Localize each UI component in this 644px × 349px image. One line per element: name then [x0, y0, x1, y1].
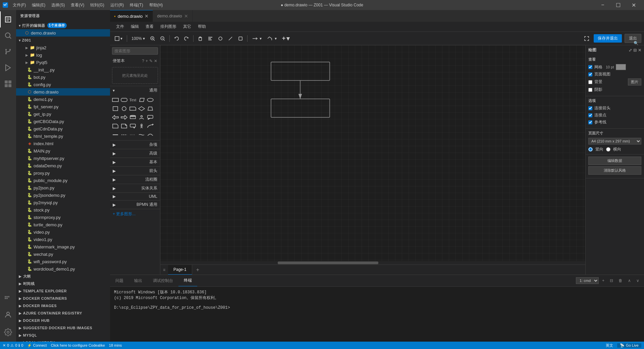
tree-item-wifi[interactable]: 🐍 wifi_password.py [16, 258, 110, 265]
general-header[interactable]: ▾ 通用 [110, 86, 160, 95]
waypoint-button[interactable]: ▾ [265, 35, 279, 42]
tree-item-video1[interactable]: 🐍 video1.py [16, 236, 110, 243]
menu-select[interactable]: 选择(S) [49, 2, 67, 9]
uml-header[interactable]: ▶ UML [110, 193, 160, 200]
split-icon[interactable]: ⊟ [633, 48, 637, 53]
shape-line2[interactable] [120, 131, 128, 139]
scratch-header[interactable]: 便签本 ? + ✎ ✕ [110, 57, 160, 65]
shape-callout2[interactable] [129, 122, 137, 130]
basic-header[interactable]: ▶ 基本 [110, 158, 160, 166]
shape-parallelogram[interactable] [138, 96, 146, 104]
terminal-tab-terminal[interactable]: 终端 [178, 275, 197, 286]
shadow-checkbox[interactable] [588, 88, 592, 92]
terminal-up-button[interactable]: ∧ [626, 278, 633, 284]
tree-item-proxy[interactable]: 🐍 proxy.py [16, 169, 110, 177]
terminal-tab-output[interactable]: 输出 [129, 275, 148, 286]
bpmn-header[interactable]: ▶ BPMN 通用 [110, 200, 160, 209]
status-golive[interactable]: 📡 Go Live [617, 343, 641, 348]
zoom-out-button[interactable] [158, 35, 167, 42]
reset-style-button[interactable]: 清除默认风格 [588, 166, 641, 175]
section-docker-containers[interactable]: ▶ DOCKER CONTAINERS [16, 295, 110, 302]
close-button[interactable]: ✕ [626, 0, 641, 10]
section-docker-images[interactable]: ▶ DOCKER IMAGES [16, 302, 110, 309]
insert-button[interactable]: + ▾ [280, 34, 292, 44]
drawio-menu-edit[interactable]: 编辑 [127, 22, 142, 31]
shape-line3[interactable] [129, 131, 137, 139]
tab-close-icon[interactable]: ✕ [145, 13, 149, 19]
section-timeline[interactable]: ▶ 时间线 [16, 280, 110, 287]
tab-demo-drawio-inactive[interactable]: demo.drawio ✕ [153, 10, 192, 22]
tree-item-getcbg[interactable]: 🐍 getCBGData.py [16, 118, 110, 125]
section-outline[interactable]: ▶ 大纲 [16, 273, 110, 280]
shape-rect-folded[interactable] [120, 122, 128, 130]
menu-file[interactable]: 文件(F) [10, 2, 29, 9]
scratch-add[interactable]: + [146, 59, 148, 63]
section-azure-registry[interactable]: ▶ AZURE CONTAINER REGISTRY [16, 309, 110, 317]
menu-edit[interactable]: 编辑(E) [29, 2, 48, 9]
activity-search[interactable] [0, 27, 16, 44]
activity-source-control[interactable] [0, 44, 16, 60]
menu-view[interactable]: 查看(V) [68, 2, 87, 9]
section-local-history[interactable]: ▶ LOCAL HISTORY [16, 339, 110, 342]
status-lang[interactable]: 英文 [606, 343, 613, 348]
tree-item-myhttp[interactable]: 🐍 myhttpserver.py [16, 155, 110, 162]
tree-item-getip[interactable]: 🐍 get_ip.py [16, 110, 110, 118]
shape-person[interactable] [138, 113, 146, 121]
arrow-style-button[interactable]: ▾ [250, 35, 264, 42]
shape-doc[interactable] [111, 122, 119, 130]
terminal-tab-debug[interactable]: 调试控制台 [148, 275, 178, 286]
scratch-close[interactable]: ✕ [154, 59, 157, 63]
page-tab-1[interactable]: Page-1 [168, 265, 192, 275]
line-button[interactable] [226, 35, 235, 42]
tree-item-log[interactable]: ▶ 📁 log [16, 51, 110, 59]
tree-item-index[interactable]: ◈ index.html [16, 140, 110, 147]
activity-settings[interactable] [0, 324, 16, 340]
activity-run[interactable] [0, 60, 16, 76]
image-button[interactable]: 图片 [628, 78, 641, 85]
section-template-explorer[interactable]: ▶ TEMPLATE EXPLORER [16, 287, 110, 295]
tree-item-pyqt5[interactable]: ▶ 📁 Pyqt5 [16, 59, 110, 66]
shape-human[interactable] [138, 122, 146, 130]
tree-item-public[interactable]: 🐍 public_module.py [16, 177, 110, 184]
menu-terminal[interactable]: 终端(T) [127, 2, 146, 9]
canvas-area[interactable] [160, 45, 585, 265]
more-shapes-link[interactable]: + 更多图形... [113, 212, 136, 216]
section-mysql[interactable]: ▶ MYSQL [16, 332, 110, 339]
tree-item-video[interactable]: 🐍 video.py [16, 228, 110, 236]
section-docker-hub[interactable]: ▶ DOCKER HUB [16, 317, 110, 324]
activity-account[interactable] [0, 307, 16, 323]
shape-curve-arrow[interactable] [146, 122, 154, 130]
menu-run[interactable]: 运行(R) [108, 2, 127, 9]
menu-help[interactable]: 帮助(H) [147, 2, 166, 9]
tree-item-py2mysql[interactable]: 🐍 py2mysql.py [16, 199, 110, 206]
scratch-help[interactable]: ? [142, 59, 144, 63]
shape-square[interactable] [111, 105, 119, 113]
h-scrollbar-thumb[interactable] [278, 261, 378, 264]
shape-arrow-right[interactable] [120, 113, 128, 121]
flowchart-header[interactable]: ▶ 流程圈 [110, 175, 160, 184]
scratch-edit[interactable]: ✎ [149, 59, 153, 63]
shape-line4[interactable] [138, 131, 146, 139]
tree-item-bot[interactable]: 🐍 bot.py [16, 73, 110, 81]
tree-item-demo1[interactable]: 🐍 demo1.py [16, 96, 110, 103]
status-errors[interactable]: ✕ 0 ⚠ 0 ℹ 0 [3, 343, 23, 348]
section-suggested-images[interactable]: ▶ SUGGESTED DOCKER HUB IMAGES [16, 324, 110, 332]
page-size-select[interactable]: A4 (210 mm x 297 mm) [588, 138, 641, 144]
landscape-radio[interactable] [606, 147, 610, 152]
tree-item-wordcloud[interactable]: 🐍 wordcloud_demo1.py [16, 265, 110, 273]
activity-docker[interactable] [0, 289, 16, 305]
drawio-menu-arrange[interactable]: 排列图形 [157, 22, 180, 31]
expand-icon[interactable]: ⤢ [629, 48, 632, 53]
open-editors-section[interactable]: ▾ 打开的编辑器 1个未保存 [16, 22, 110, 29]
shape-diamond[interactable] [138, 105, 146, 113]
shape-ellipse[interactable] [146, 96, 154, 104]
tree-item-stock[interactable]: 🐍 stock.py [16, 206, 110, 214]
shape-callout[interactable] [146, 113, 154, 121]
menu-goto[interactable]: 转到(G) [88, 2, 107, 9]
save-exit-button[interactable]: 保存并退出 [594, 34, 622, 43]
drawio-menu-file[interactable]: 文件 [113, 22, 127, 31]
tree-item-demo-drawio[interactable]: ⬡ demo.drawio [16, 88, 110, 96]
tree-item-init[interactable]: 🐍 __init__.py [16, 66, 110, 73]
tree-item-getcdn[interactable]: 🐍 getCdnData.py [16, 125, 110, 132]
titlebar-menu[interactable]: 文件(F) 编辑(E) 选择(S) 查看(V) 转到(G) 运行(R) 终端(T… [10, 2, 165, 9]
